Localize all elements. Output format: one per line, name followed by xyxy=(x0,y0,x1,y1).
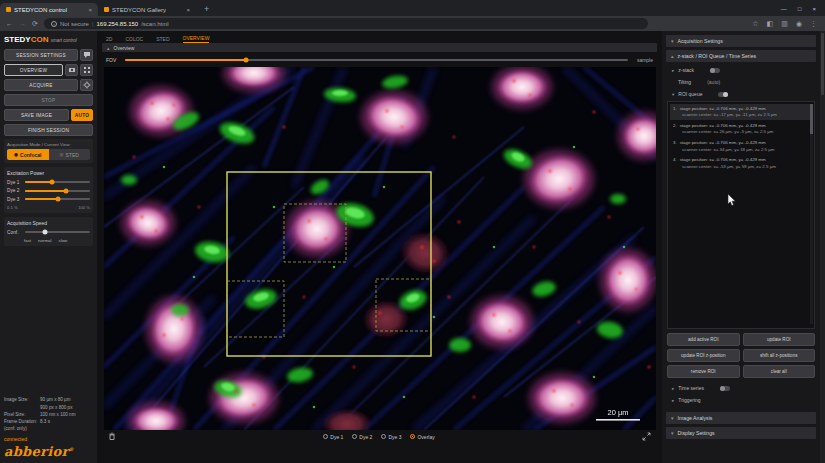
sample-label: sample xyxy=(637,57,653,63)
mouse-cursor xyxy=(727,193,737,211)
row-tilting[interactable]: Tilting (auto) xyxy=(667,77,815,87)
auto-save-toggle[interactable]: AUTO xyxy=(71,109,93,121)
section-image-analysis[interactable]: ▾ Image Analysis xyxy=(666,412,816,424)
dye3-slider[interactable] xyxy=(25,198,90,200)
grid-icon[interactable] xyxy=(80,64,93,76)
row-time-series[interactable]: ▸ Time series xyxy=(667,383,815,393)
chat-icon[interactable] xyxy=(80,49,93,61)
row-roi-queue[interactable]: ▾ ROI queue xyxy=(667,89,815,99)
close-icon[interactable]: × xyxy=(812,6,816,12)
roi-list-item[interactable]: 3.stage position: x= -0.706 mm, y= -0.42… xyxy=(670,138,812,154)
stedycon-logo: STEDYCON smart control xyxy=(4,35,93,44)
target-icon[interactable] xyxy=(80,79,93,91)
acquire-button[interactable]: ACQUIRE xyxy=(4,79,78,91)
channel-radio-group: Dye 1 Dye 2 Dye 3 Overlay xyxy=(323,434,434,440)
maximize-icon[interactable]: □ xyxy=(798,6,802,12)
roi-list-item[interactable]: 2.stage position: x= -0.706 mm, y= -0.42… xyxy=(670,121,812,137)
frame-duration-value: 8.3 s xyxy=(40,418,93,425)
chevron-up-icon: ▴ xyxy=(107,45,110,51)
tab-coloc[interactable]: COLOC xyxy=(125,36,143,42)
time-series-toggle[interactable] xyxy=(720,386,730,391)
overview-button[interactable]: OVERVIEW xyxy=(4,64,63,76)
pixel-size-label: Pixel Size: xyxy=(4,411,40,418)
row-triggering[interactable]: ▸ Triggering xyxy=(667,395,815,405)
fullscreen-icon[interactable] xyxy=(642,432,651,442)
profile-icon[interactable]: ◉ xyxy=(796,20,802,28)
camera-icon[interactable] xyxy=(65,64,78,76)
radio-dye3[interactable]: Dye 3 xyxy=(381,434,401,440)
tab-overview[interactable]: OVERVIEW xyxy=(183,35,210,43)
browser-tab-control[interactable]: STEDYCON control × xyxy=(0,3,98,16)
stedycon-favicon xyxy=(104,7,109,12)
forward-icon[interactable]: → xyxy=(19,20,26,27)
radio-label: Dye 2 xyxy=(359,434,372,440)
radio-overlay[interactable]: Overlay xyxy=(410,434,434,440)
radio-dot xyxy=(381,434,386,439)
confocal-mode-button[interactable]: ◉ Confocal xyxy=(7,149,49,160)
tab-close-icon[interactable]: × xyxy=(186,7,190,13)
remove-roi-button[interactable]: remove ROI xyxy=(667,365,740,378)
tab-sted[interactable]: STED xyxy=(156,36,169,42)
back-icon[interactable]: ← xyxy=(6,20,13,27)
microscopy-viewer[interactable]: 20 µm xyxy=(104,67,656,430)
reload-icon[interactable]: ⟳ xyxy=(32,20,38,28)
radio-dye1[interactable]: Dye 1 xyxy=(323,434,343,440)
section-display-settings[interactable]: ▾ Display Settings xyxy=(666,427,816,439)
chevron-right-icon: ▸ xyxy=(672,398,674,403)
address-divider: | xyxy=(92,21,94,27)
roi-list-scrollbar[interactable] xyxy=(810,104,813,324)
save-image-button[interactable]: SAVE IMAGE xyxy=(4,109,69,121)
acquisition-speed-label: Acquisition Speed xyxy=(7,220,90,226)
fov-slider[interactable] xyxy=(125,59,628,61)
extensions-icon[interactable]: ◧ xyxy=(767,20,774,28)
bookmark-star-icon[interactable]: ☆ xyxy=(752,20,758,28)
window-scrollbar[interactable] xyxy=(820,31,825,463)
add-active-roi-button[interactable]: add active ROI xyxy=(667,333,740,346)
section-label: Acquisition Settings xyxy=(678,38,723,44)
delete-overview-icon[interactable] xyxy=(108,432,116,442)
radio-dye2[interactable]: Dye 2 xyxy=(352,434,372,440)
tab-2d[interactable]: 2D xyxy=(106,36,112,42)
overview-collapse-bar[interactable]: ▴ Overview xyxy=(102,43,657,52)
dye3-label: Dye 3 xyxy=(7,197,22,202)
power-max-label: 100 % xyxy=(78,205,90,210)
row-label: ROI queue xyxy=(678,91,702,97)
z-stack-toggle[interactable] xyxy=(710,68,720,73)
session-settings-button[interactable]: SESSION SETTINGS xyxy=(4,49,78,61)
roi-queue-toggle[interactable] xyxy=(718,92,728,97)
new-tab-button[interactable]: + xyxy=(204,4,209,14)
dye1-label: Dye 1 xyxy=(7,180,22,185)
stop-button[interactable]: STOP xyxy=(4,94,93,106)
section-acquisition-settings[interactable]: ▾ Acquisition Settings xyxy=(666,35,816,47)
fov-label: FOV xyxy=(106,57,116,63)
speed-slider[interactable] xyxy=(25,231,90,233)
chevron-down-icon: ▾ xyxy=(671,430,674,436)
site-info-icon[interactable]: i xyxy=(51,21,57,27)
update-roi-z-position-button[interactable]: update ROI z-position xyxy=(667,349,740,362)
roi-list-item[interactable]: 4.stage position: x= -0.706 mm, y= -0.42… xyxy=(670,156,812,172)
dye1-slider[interactable] xyxy=(25,181,90,183)
sted-mode-button[interactable]: ◎ STED xyxy=(49,149,91,160)
row-z-stack[interactable]: ▸ z-stack xyxy=(667,65,815,75)
section-zstack-roi-time[interactable]: ▴ z-stack / ROI Queue / Time Series xyxy=(666,50,816,62)
dye2-slider[interactable] xyxy=(25,190,90,192)
shift-all-z-positions-button[interactable]: shift all z-positions xyxy=(743,349,816,362)
acquisition-speed-panel: Acquisition Speed Conf. fast normal slow xyxy=(4,217,93,246)
address-bar[interactable]: i Not secure | 169.254.85.150 /scan.html xyxy=(44,18,648,29)
clear-all-button[interactable]: clear all xyxy=(743,365,816,378)
roi-queue-list[interactable]: 1.stage position: x= -0.706 mm, y= -0.42… xyxy=(667,101,815,329)
update-roi-button[interactable]: update ROI xyxy=(743,333,816,346)
roi-list-item[interactable]: 1.stage position: x= -0.706 mm, y= -0.42… xyxy=(670,104,812,120)
tab-close-icon[interactable]: × xyxy=(88,7,92,13)
side-panel-icon[interactable]: ▥ xyxy=(781,20,788,28)
minimize-icon[interactable]: — xyxy=(781,6,787,12)
excitation-power-panel: Excitation Power Dye 1 Dye 2 Dye 3 0.1 %… xyxy=(4,167,93,213)
radio-label: Dye 1 xyxy=(330,434,343,440)
settings-panel: ▾ Acquisition Settings ▴ z-stack / ROI Q… xyxy=(662,31,820,463)
menu-kebab-icon[interactable]: ⋮ xyxy=(810,20,817,28)
view-tabs: 2D COLOC STED OVERVIEW xyxy=(102,33,657,43)
finish-session-button[interactable]: FINISH SESSION xyxy=(4,124,93,136)
chevron-down-icon: ▾ xyxy=(672,92,674,97)
browser-tab-gallery[interactable]: STEDYCON Gallery × xyxy=(98,3,196,16)
radio-label: Overlay xyxy=(417,434,434,440)
